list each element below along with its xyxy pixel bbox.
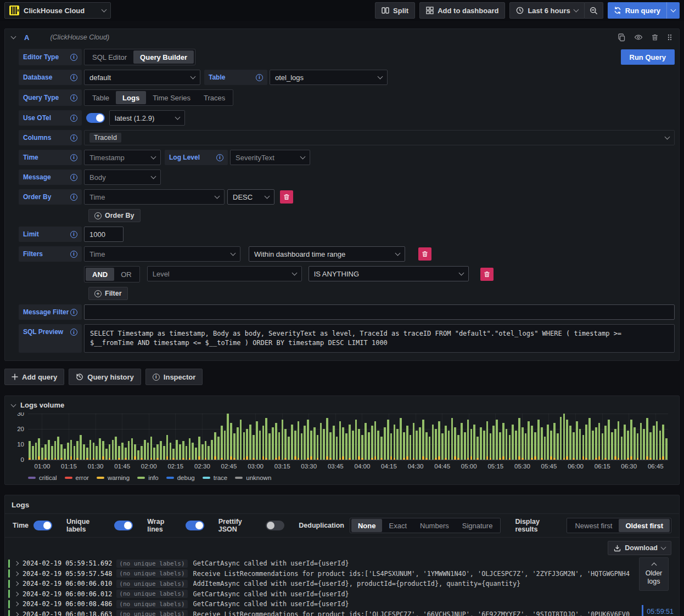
time-toggle[interactable] xyxy=(33,521,52,530)
run-query-panel-button[interactable]: Run Query xyxy=(621,49,675,65)
time-column-select[interactable]: Timestamp xyxy=(84,150,161,165)
otel-version-select[interactable]: latest (1.2.9) xyxy=(109,110,185,126)
columns-row: Columns TraceId xyxy=(19,130,675,145)
collapse-chevron-icon[interactable] xyxy=(11,34,16,39)
legend-item-trace[interactable]: trace xyxy=(203,474,228,481)
option-newest-first[interactable]: Newest first xyxy=(568,519,619,532)
option-or[interactable]: OR xyxy=(114,268,138,281)
add-filter-button[interactable]: Filter xyxy=(88,287,128,300)
expand-chevron-icon[interactable] xyxy=(14,602,19,606)
info-icon[interactable] xyxy=(70,94,77,101)
log-row[interactable]: 2024-02-19 06:00:18.663(no unique labels… xyxy=(8,609,679,616)
remove-filter-button[interactable] xyxy=(418,247,431,261)
log-message: Receive ListRecommendations for product … xyxy=(193,570,630,578)
legend-item-info[interactable]: info xyxy=(137,474,159,481)
hide-response-eye-icon[interactable] xyxy=(634,33,643,41)
legend-item-warning[interactable]: warning xyxy=(97,474,130,481)
run-query-dropdown[interactable] xyxy=(666,2,680,19)
add-to-dashboard-button[interactable]: Add to dashboard xyxy=(419,2,505,19)
log-row[interactable]: 2024-02-19 06:00:08.486(no unique labels… xyxy=(8,599,679,609)
legend-item-error[interactable]: error xyxy=(65,474,89,481)
filter-level-select[interactable]: Level xyxy=(147,266,302,281)
option-time-series[interactable]: Time Series xyxy=(146,91,197,104)
logs-nav-timestamp[interactable]: 05:59:51 xyxy=(642,605,674,616)
history-icon xyxy=(76,373,83,381)
remove-condition-button[interactable] xyxy=(480,268,494,281)
add-order-by-button[interactable]: Order By xyxy=(88,209,141,222)
info-icon[interactable] xyxy=(70,194,77,201)
wrap-lines-toggle[interactable] xyxy=(186,521,204,530)
log-row[interactable]: 2024-02-19 06:00:06.010(no unique labels… xyxy=(8,579,679,589)
order-by-field-select[interactable]: Time xyxy=(84,189,225,205)
expand-chevron-icon[interactable] xyxy=(14,592,19,596)
remove-query-trash-icon[interactable] xyxy=(651,33,659,41)
chevron-down-icon xyxy=(661,545,666,550)
download-button[interactable]: Download xyxy=(608,541,671,555)
add-query-button[interactable]: Add query xyxy=(4,369,64,385)
database-select[interactable]: default xyxy=(84,70,200,85)
info-icon[interactable] xyxy=(70,74,77,81)
option-traces[interactable]: Traces xyxy=(197,91,232,104)
legend-item-critical[interactable]: critical xyxy=(28,474,57,481)
expand-chevron-icon[interactable] xyxy=(14,561,19,566)
use-otel-toggle[interactable] xyxy=(86,113,105,123)
query-history-button[interactable]: Query history xyxy=(69,369,141,385)
svg-text:04:15: 04:15 xyxy=(381,463,397,470)
filter-operator-select[interactable]: Within dashboard time range xyxy=(249,246,405,262)
datasource-picker[interactable]: ClickHouse Cloud xyxy=(4,2,111,19)
remove-order-by-button[interactable] xyxy=(280,190,293,204)
option-table[interactable]: Table xyxy=(86,91,116,104)
info-icon[interactable] xyxy=(70,329,77,336)
expand-chevron-icon[interactable] xyxy=(14,581,19,586)
log-row[interactable]: 2024-02-19 05:59:51.692(no unique labels… xyxy=(8,558,679,569)
option-query-builder[interactable]: Query Builder xyxy=(133,50,194,64)
legend-item-unknown[interactable]: unknown xyxy=(235,474,271,481)
run-query-split-button[interactable]: Run query xyxy=(608,2,680,19)
drag-handle-icon[interactable] xyxy=(667,33,672,41)
info-icon[interactable] xyxy=(216,154,223,161)
option-and[interactable]: AND xyxy=(86,268,114,281)
filter-field-select[interactable]: Time xyxy=(84,246,240,262)
option-oldest-first[interactable]: Oldest first xyxy=(619,519,670,532)
option-logs[interactable]: Logs xyxy=(116,91,146,104)
info-icon[interactable] xyxy=(70,134,77,142)
option-signature[interactable]: Signature xyxy=(456,519,500,532)
inspector-button[interactable]: Inspector xyxy=(145,369,203,385)
log-level-select[interactable]: SeverityText xyxy=(230,150,310,165)
older-logs-button[interactable]: Older logs xyxy=(639,557,669,591)
info-icon[interactable] xyxy=(70,251,77,258)
zoom-out-button[interactable] xyxy=(585,2,603,19)
info-icon[interactable] xyxy=(70,231,77,238)
svg-text:02:15: 02:15 xyxy=(167,463,183,470)
split-button[interactable]: Split xyxy=(375,2,415,19)
option-exact[interactable]: Exact xyxy=(382,519,413,532)
log-row[interactable]: 2024-02-19 05:59:57.548(no unique labels… xyxy=(8,569,679,579)
unique-labels-toggle[interactable] xyxy=(114,521,133,530)
query-row-header[interactable]: A (ClickHouse Cloud) xyxy=(5,29,679,46)
legend-item-debug[interactable]: debug xyxy=(166,474,195,481)
message-filter-input[interactable] xyxy=(84,304,675,320)
prettify-json-toggle[interactable] xyxy=(266,521,284,530)
info-icon[interactable] xyxy=(70,115,77,122)
option-sql-editor[interactable]: SQL Editor xyxy=(86,50,133,64)
info-icon[interactable] xyxy=(70,174,77,181)
columns-multiselect[interactable]: TraceId xyxy=(84,130,675,145)
filter-condition-operator-select[interactable]: IS ANYTHING xyxy=(309,266,469,281)
table-select[interactable]: otel_logs xyxy=(270,70,388,85)
collapse-chevron-icon[interactable] xyxy=(11,402,16,407)
info-icon[interactable] xyxy=(70,54,77,61)
order-by-direction-select[interactable]: DESC xyxy=(227,189,274,205)
log-row[interactable]: 2024-02-19 06:00:06.012(no unique labels… xyxy=(8,589,679,600)
time-range-picker[interactable]: Last 6 hours xyxy=(509,2,584,19)
limit-input[interactable] xyxy=(84,227,124,242)
duplicate-query-icon[interactable] xyxy=(618,33,626,42)
info-icon[interactable] xyxy=(70,154,77,161)
expand-chevron-icon[interactable] xyxy=(14,572,19,576)
info-icon[interactable] xyxy=(70,309,77,316)
column-chip[interactable]: TraceId xyxy=(89,133,121,143)
option-numbers[interactable]: Numbers xyxy=(413,519,456,532)
info-icon[interactable] xyxy=(256,74,263,81)
option-none[interactable]: None xyxy=(351,519,383,532)
message-column-select[interactable]: Body xyxy=(84,169,161,185)
expand-chevron-icon[interactable] xyxy=(14,612,19,616)
